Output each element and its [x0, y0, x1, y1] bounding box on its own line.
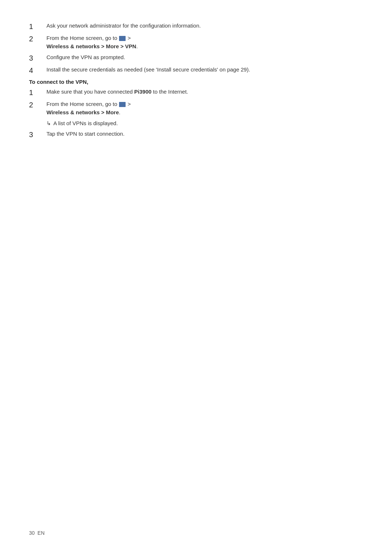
step-number: 3 [29, 53, 46, 63]
step-2-3: 3 Tap the VPN to start connection. [29, 130, 363, 139]
arrow-icon: ↳ [46, 119, 51, 128]
step-1-2: 2 From the Home screen, go to > Wireless… [29, 34, 363, 50]
step-1-1: 1 Ask your network administrator for the… [29, 22, 363, 31]
step-text: From the Home screen, go to > Wireless &… [46, 100, 363, 116]
step-text: Make sure that you have connected Pi3900… [46, 88, 363, 96]
step-1-4: 4 Install the secure credentials as need… [29, 66, 363, 75]
step-number: 2 [29, 100, 46, 110]
language-label: EN [37, 530, 44, 536]
step-path-suffix: . [136, 43, 138, 49]
step-text: Ask your network administrator for the c… [46, 22, 363, 30]
sub-item: ↳ A list of VPNs is displayed. [46, 119, 363, 128]
step-number: 3 [29, 130, 46, 139]
step-text: Configure the VPN as prompted. [46, 53, 363, 62]
step-1-3: 3 Configure the VPN as prompted. [29, 53, 363, 63]
section2-heading: To connect to the VPN, [29, 79, 363, 85]
step-prefix: Make sure that you have connected [46, 89, 134, 95]
step-path-bold: Wireless & networks > More [46, 109, 119, 115]
page-content: 1 Ask your network administrator for the… [0, 0, 392, 172]
page-footer: 30 EN [29, 530, 45, 536]
step-text: Tap the VPN to start connection. [46, 130, 363, 138]
step-suffix: to the Internet. [151, 89, 188, 95]
step-path-bold: Wireless & networks > More > VPN [46, 43, 136, 49]
step-text: Install the secure credentials as needed… [46, 66, 363, 74]
step-2-1: 1 Make sure that you have connected Pi39… [29, 88, 363, 97]
menu-icon [119, 36, 126, 41]
step-number: 1 [29, 88, 46, 97]
section2-steps: 1 Make sure that you have connected Pi39… [29, 88, 363, 139]
step-bold: Pi3900 [134, 89, 152, 95]
step-2-2: 2 From the Home screen, go to > Wireless… [29, 100, 363, 116]
step-number: 2 [29, 34, 46, 44]
menu-icon [119, 102, 126, 107]
sub-item-text: A list of VPNs is displayed. [53, 119, 118, 128]
step-number: 4 [29, 66, 46, 75]
step-path-suffix: . [119, 109, 121, 115]
section1-steps: 1 Ask your network administrator for the… [29, 22, 363, 75]
step-number: 1 [29, 22, 46, 31]
step-prefix: From the Home screen, go to [46, 101, 117, 107]
step-text: From the Home screen, go to > Wireless &… [46, 34, 363, 50]
step-prefix: From the Home screen, go to [46, 35, 117, 41]
page-number: 30 [29, 530, 35, 536]
